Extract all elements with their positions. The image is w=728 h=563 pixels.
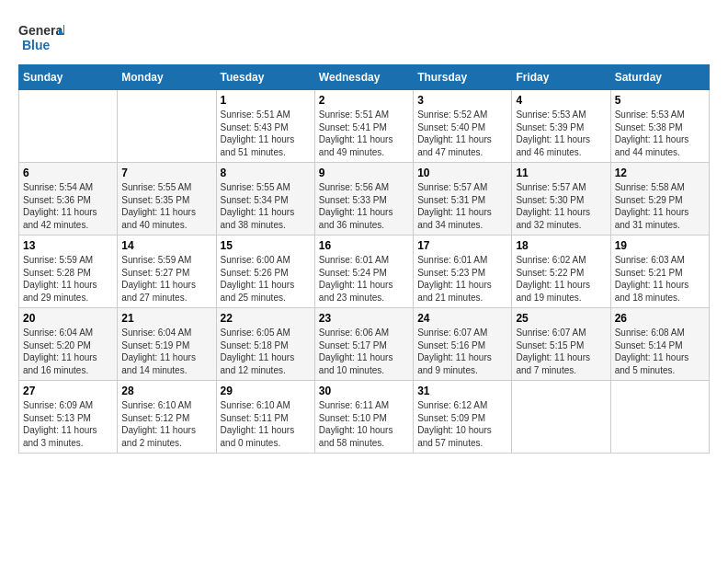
day-info: Sunrise: 6:10 AM Sunset: 5:11 PM Dayligh… — [221, 399, 311, 449]
calendar-day-cell: 24Sunrise: 6:07 AM Sunset: 5:16 PM Dayli… — [414, 308, 512, 381]
calendar-day-cell: 14Sunrise: 5:59 AM Sunset: 5:27 PM Dayli… — [118, 236, 216, 308]
page-header: General Blue — [18, 18, 710, 55]
day-info: Sunrise: 6:09 AM Sunset: 5:13 PM Dayligh… — [23, 399, 113, 449]
day-info: Sunrise: 6:06 AM Sunset: 5:17 PM Dayligh… — [319, 327, 409, 376]
day-number: 2 — [319, 94, 409, 107]
calendar-day-cell: 6Sunrise: 5:54 AM Sunset: 5:36 PM Daylig… — [19, 163, 118, 236]
calendar-day-cell: 23Sunrise: 6:06 AM Sunset: 5:17 PM Dayli… — [314, 308, 413, 381]
calendar-day-cell: 19Sunrise: 6:03 AM Sunset: 5:21 PM Dayli… — [610, 236, 709, 308]
day-info: Sunrise: 5:59 AM Sunset: 5:27 PM Dayligh… — [121, 254, 211, 304]
calendar-day-cell: 25Sunrise: 6:07 AM Sunset: 5:15 PM Dayli… — [512, 308, 610, 381]
day-info: Sunrise: 6:08 AM Sunset: 5:14 PM Dayligh… — [615, 327, 705, 376]
day-number: 30 — [319, 385, 409, 397]
calendar-day-cell: 5Sunrise: 5:53 AM Sunset: 5:38 PM Daylig… — [610, 90, 709, 163]
weekday-header-cell: Saturday — [610, 65, 709, 90]
calendar-day-cell: 3Sunrise: 5:52 AM Sunset: 5:40 PM Daylig… — [414, 90, 512, 163]
day-number: 27 — [23, 385, 113, 397]
calendar-week-row: 20Sunrise: 6:04 AM Sunset: 5:20 PM Dayli… — [19, 308, 710, 381]
weekday-header-cell: Monday — [118, 65, 216, 90]
weekday-header-cell: Tuesday — [216, 65, 314, 90]
day-info: Sunrise: 5:55 AM Sunset: 5:35 PM Dayligh… — [121, 181, 211, 231]
weekday-header-cell: Wednesday — [314, 65, 413, 90]
day-info: Sunrise: 5:58 AM Sunset: 5:29 PM Dayligh… — [615, 181, 705, 231]
day-number: 20 — [23, 312, 113, 325]
calendar-day-cell: 8Sunrise: 5:55 AM Sunset: 5:34 PM Daylig… — [216, 163, 314, 236]
calendar-day-cell: 10Sunrise: 5:57 AM Sunset: 5:31 PM Dayli… — [414, 163, 512, 236]
day-number: 4 — [516, 94, 606, 107]
day-info: Sunrise: 6:01 AM Sunset: 5:23 PM Dayligh… — [417, 254, 507, 304]
day-number: 3 — [417, 94, 507, 107]
day-info: Sunrise: 5:52 AM Sunset: 5:40 PM Dayligh… — [417, 109, 507, 158]
calendar-day-cell: 11Sunrise: 5:57 AM Sunset: 5:30 PM Dayli… — [512, 163, 610, 236]
calendar-week-row: 1Sunrise: 5:51 AM Sunset: 5:43 PM Daylig… — [19, 90, 710, 163]
day-number: 6 — [23, 167, 113, 179]
day-info: Sunrise: 6:11 AM Sunset: 5:10 PM Dayligh… — [319, 399, 409, 449]
day-number: 1 — [221, 94, 311, 107]
calendar-day-cell: 17Sunrise: 6:01 AM Sunset: 5:23 PM Dayli… — [414, 236, 512, 308]
day-number: 12 — [615, 167, 705, 179]
day-number: 8 — [221, 167, 311, 179]
day-number: 25 — [516, 312, 606, 325]
day-info: Sunrise: 6:04 AM Sunset: 5:19 PM Dayligh… — [121, 327, 211, 376]
calendar-day-cell: 7Sunrise: 5:55 AM Sunset: 5:35 PM Daylig… — [118, 163, 216, 236]
day-number: 28 — [121, 385, 211, 397]
calendar-day-cell: 15Sunrise: 6:00 AM Sunset: 5:26 PM Dayli… — [216, 236, 314, 308]
calendar-day-cell: 28Sunrise: 6:10 AM Sunset: 5:12 PM Dayli… — [118, 381, 216, 454]
calendar-day-cell: 31Sunrise: 6:12 AM Sunset: 5:09 PM Dayli… — [414, 381, 512, 454]
weekday-header-cell: Friday — [512, 65, 610, 90]
calendar-day-cell: 20Sunrise: 6:04 AM Sunset: 5:20 PM Dayli… — [19, 308, 118, 381]
day-info: Sunrise: 5:57 AM Sunset: 5:31 PM Dayligh… — [417, 181, 507, 231]
day-number: 26 — [615, 312, 705, 325]
day-info: Sunrise: 5:53 AM Sunset: 5:39 PM Dayligh… — [516, 109, 606, 158]
day-number: 5 — [615, 94, 705, 107]
day-info: Sunrise: 5:55 AM Sunset: 5:34 PM Dayligh… — [221, 181, 311, 231]
calendar-day-cell: 2Sunrise: 5:51 AM Sunset: 5:41 PM Daylig… — [314, 90, 413, 163]
calendar-day-cell: 18Sunrise: 6:02 AM Sunset: 5:22 PM Dayli… — [512, 236, 610, 308]
calendar-day-cell: 21Sunrise: 6:04 AM Sunset: 5:19 PM Dayli… — [118, 308, 216, 381]
calendar-table: SundayMondayTuesdayWednesdayThursdayFrid… — [18, 64, 710, 454]
day-info: Sunrise: 6:10 AM Sunset: 5:12 PM Dayligh… — [121, 399, 211, 449]
calendar-week-row: 13Sunrise: 5:59 AM Sunset: 5:28 PM Dayli… — [19, 236, 710, 308]
svg-text:Blue: Blue — [22, 38, 51, 52]
day-number: 18 — [516, 239, 606, 252]
day-number: 23 — [319, 312, 409, 325]
day-number: 24 — [417, 312, 507, 325]
day-number: 29 — [221, 385, 311, 397]
calendar-day-cell: 27Sunrise: 6:09 AM Sunset: 5:13 PM Dayli… — [19, 381, 118, 454]
day-info: Sunrise: 6:02 AM Sunset: 5:22 PM Dayligh… — [516, 254, 606, 304]
calendar-day-cell — [610, 381, 709, 454]
calendar-day-cell — [118, 90, 216, 163]
day-number: 22 — [221, 312, 311, 325]
day-info: Sunrise: 6:05 AM Sunset: 5:18 PM Dayligh… — [221, 327, 311, 376]
day-info: Sunrise: 5:53 AM Sunset: 5:38 PM Dayligh… — [615, 109, 705, 158]
svg-text:General: General — [18, 23, 64, 38]
calendar-day-cell — [19, 90, 118, 163]
calendar-day-cell — [512, 381, 610, 454]
day-number: 7 — [121, 167, 211, 179]
calendar-day-cell: 1Sunrise: 5:51 AM Sunset: 5:43 PM Daylig… — [216, 90, 314, 163]
calendar-day-cell: 13Sunrise: 5:59 AM Sunset: 5:28 PM Dayli… — [19, 236, 118, 308]
day-number: 21 — [121, 312, 211, 325]
day-number: 31 — [417, 385, 507, 397]
weekday-header-cell: Thursday — [414, 65, 512, 90]
day-info: Sunrise: 6:12 AM Sunset: 5:09 PM Dayligh… — [417, 399, 507, 449]
calendar-day-cell: 30Sunrise: 6:11 AM Sunset: 5:10 PM Dayli… — [314, 381, 413, 454]
day-info: Sunrise: 5:57 AM Sunset: 5:30 PM Dayligh… — [516, 181, 606, 231]
day-info: Sunrise: 5:54 AM Sunset: 5:36 PM Dayligh… — [23, 181, 113, 231]
day-number: 17 — [417, 239, 507, 252]
day-info: Sunrise: 5:56 AM Sunset: 5:33 PM Dayligh… — [319, 181, 409, 231]
day-info: Sunrise: 5:59 AM Sunset: 5:28 PM Dayligh… — [23, 254, 113, 304]
logo-svg: General Blue — [18, 18, 64, 55]
calendar-day-cell: 12Sunrise: 5:58 AM Sunset: 5:29 PM Dayli… — [610, 163, 709, 236]
day-info: Sunrise: 6:04 AM Sunset: 5:20 PM Dayligh… — [23, 327, 113, 376]
calendar-week-row: 27Sunrise: 6:09 AM Sunset: 5:13 PM Dayli… — [19, 381, 710, 454]
calendar-day-cell: 4Sunrise: 5:53 AM Sunset: 5:39 PM Daylig… — [512, 90, 610, 163]
calendar-day-cell: 16Sunrise: 6:01 AM Sunset: 5:24 PM Dayli… — [314, 236, 413, 308]
logo: General Blue — [18, 18, 64, 55]
weekday-header-cell: Sunday — [19, 65, 118, 90]
day-info: Sunrise: 6:00 AM Sunset: 5:26 PM Dayligh… — [221, 254, 311, 304]
weekday-header-row: SundayMondayTuesdayWednesdayThursdayFrid… — [19, 65, 710, 90]
day-number: 13 — [23, 239, 113, 252]
calendar-day-cell: 26Sunrise: 6:08 AM Sunset: 5:14 PM Dayli… — [610, 308, 709, 381]
day-info: Sunrise: 6:03 AM Sunset: 5:21 PM Dayligh… — [615, 254, 705, 304]
